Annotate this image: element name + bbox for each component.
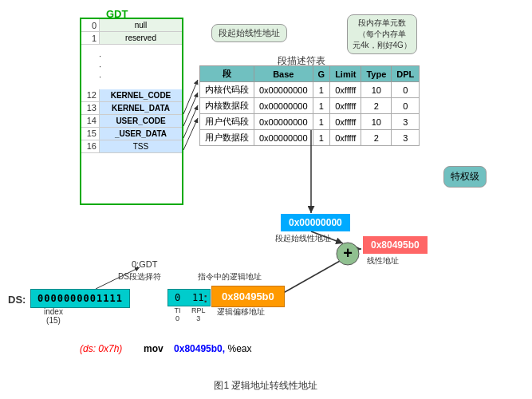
- th-dpl: DPL: [392, 66, 420, 82]
- svg-line-3: [183, 105, 198, 138]
- gdt-num-15: 15: [81, 128, 99, 138]
- td-limit-4: 0xfffff: [330, 130, 361, 146]
- td-type-1: 10: [361, 82, 392, 98]
- privilege-bubble: 特权级: [443, 166, 487, 188]
- gdt-dots: ···: [81, 45, 182, 89]
- colon-separator: :: [203, 291, 207, 306]
- td-limit-2: 0xfffff: [330, 98, 361, 114]
- td-g-2: 1: [313, 98, 330, 114]
- rpl-label: RPL3: [186, 306, 211, 322]
- svg-line-4: [183, 118, 198, 150]
- asm-instr-part: mov: [144, 343, 164, 354]
- gdt-cell-kernel-data: KERNEL_DATA: [99, 102, 182, 114]
- ds-register: 0000000001111: [30, 289, 130, 308]
- gdt-row-13: 13 KERNEL_DATA: [81, 102, 182, 115]
- td-dpl-2: 0: [392, 98, 420, 114]
- seg-start-addr-balloon: 段起始线性地址: [211, 24, 287, 42]
- svg-line-1: [183, 80, 198, 114]
- offset-value-box: 0x80495b0: [211, 286, 285, 307]
- gdt-cell-user-data: _USER_DATA: [99, 128, 182, 140]
- td-g-4: 1: [313, 130, 330, 146]
- td-g-1: 1: [313, 82, 330, 98]
- td-base-4: 0x00000000: [254, 130, 313, 146]
- table-row: 内核代码段 0x00000000 1 0xfffff 10 0: [200, 82, 420, 98]
- index-label: index (15): [44, 307, 63, 325]
- diagram-container: GDT 0 null 1 reserved ··· 12 KERNEL_CODE…: [0, 0, 532, 399]
- td-dpl-3: 3: [392, 114, 420, 130]
- ds-selector-label: DS段选择符: [118, 271, 161, 282]
- base-label: 段起始线性地址: [275, 233, 331, 244]
- result-label: 线性地址: [367, 255, 399, 267]
- table-row: 用户代码段 0x00000000 1 0xfffff 10 3: [200, 114, 420, 130]
- td-seg-2: 内核数据段: [200, 98, 254, 114]
- gdt-num-13: 13: [81, 103, 99, 113]
- instr-logical-addr-label: 指令中的逻辑地址: [198, 271, 262, 282]
- asm-addr-part: 0x80495b0,: [174, 343, 225, 354]
- gdt-row-14: 14 USER_CODE: [81, 115, 182, 128]
- asm-ds-part: (ds: 0x7h): [80, 343, 122, 354]
- ti-box: 0 TI0: [167, 289, 187, 322]
- gdt-row-1: 1 reserved: [81, 32, 182, 45]
- td-limit-3: 0xfffff: [330, 114, 361, 130]
- gdt-row-16: 16 TSS: [81, 140, 182, 153]
- gdt-row-12: 12 KERNEL_CODE: [81, 89, 182, 102]
- base-value-box: 0x00000000: [281, 214, 350, 231]
- td-type-3: 10: [361, 114, 392, 130]
- td-seg-3: 用户代码段: [200, 114, 254, 130]
- svg-line-2: [183, 93, 198, 126]
- gdt-row-0: 0 null: [81, 19, 182, 32]
- gdt-ref-label: 0:GDT: [132, 259, 157, 269]
- gdt-row-15: 15 _USER_DATA: [81, 128, 182, 140]
- ds-label: DS:: [8, 294, 26, 306]
- td-seg-1: 内核代码段: [200, 82, 254, 98]
- gdt-num-14: 14: [81, 116, 99, 125]
- ti-value: 0: [167, 289, 187, 306]
- td-dpl-4: 3: [392, 130, 420, 146]
- gdt-num-1: 1: [81, 34, 99, 43]
- gdt-cell-null: null: [99, 19, 182, 31]
- td-seg-4: 用户数据段: [200, 130, 254, 146]
- table-row: 用户数据段 0x00000000 1 0xfffff 2 3: [200, 130, 420, 146]
- ti-label: TI0: [167, 306, 187, 322]
- td-base-2: 0x00000000: [254, 98, 313, 114]
- td-type-2: 2: [361, 98, 392, 114]
- gdt-cell-reserved: reserved: [99, 32, 182, 44]
- td-limit-1: 0xfffff: [330, 82, 361, 98]
- td-base-1: 0x00000000: [254, 82, 313, 98]
- td-dpl-1: 0: [392, 82, 420, 98]
- gdt-num-0: 0: [81, 21, 99, 30]
- th-limit: Limit: [330, 66, 361, 82]
- gdt-cell-tss: TSS: [99, 140, 182, 152]
- svg-text:+: +: [343, 244, 353, 262]
- offset-label: 逻辑偏移地址: [217, 306, 265, 318]
- asm-reg-part: %eax: [227, 343, 251, 354]
- table-header-row: 段 Base G Limit Type DPL: [200, 66, 420, 82]
- th-g: G: [313, 66, 330, 82]
- plus-sign: +: [335, 241, 361, 272]
- gdt-num-16: 16: [81, 141, 99, 151]
- mem-units-balloon: 段内存单元数（每个内存单元4k，刚好4G）: [347, 14, 417, 54]
- td-type-4: 2: [361, 130, 392, 146]
- gdt-cell-kernel-code: KERNEL_CODE: [99, 89, 182, 101]
- gdt-cell-user-code: USER_CODE: [99, 115, 182, 127]
- result-value-box: 0x80495b0: [363, 236, 428, 254]
- table-row: 内核数据段 0x00000000 1 0xfffff 2 0: [200, 98, 420, 114]
- th-base: Base: [254, 66, 313, 82]
- td-base-3: 0x00000000: [254, 114, 313, 130]
- asm-line: (ds: 0x7h) mov 0x80495b0, %eax: [80, 343, 252, 354]
- th-type: Type: [361, 66, 392, 82]
- gdt-num-12: 12: [81, 90, 99, 100]
- td-g-3: 1: [313, 114, 330, 130]
- th-seg: 段: [200, 66, 254, 82]
- descriptor-table: 段 Base G Limit Type DPL 内核代码段 0x00000000…: [199, 65, 420, 146]
- fig-caption: 图1 逻辑地址转线性地址: [0, 379, 532, 393]
- gdt-box: 0 null 1 reserved ··· 12 KERNEL_CODE 13 …: [80, 18, 183, 205]
